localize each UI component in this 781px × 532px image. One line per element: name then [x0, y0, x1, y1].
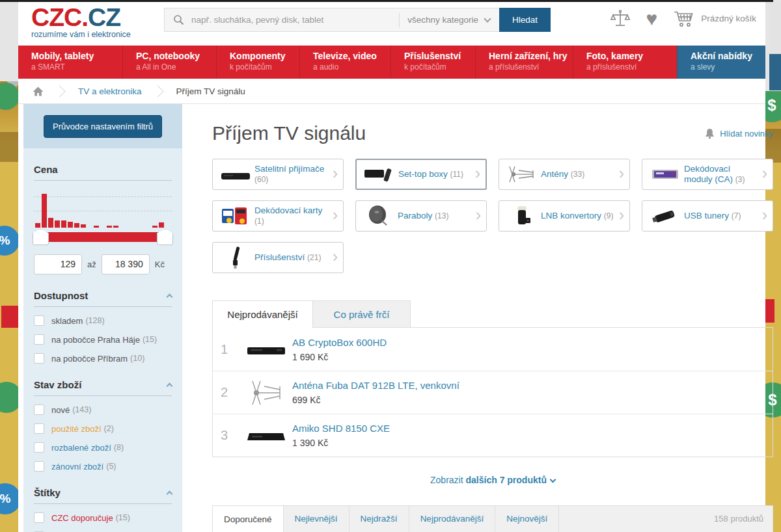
- subcategory-set-top-boxy[interactable]: Set-top boxy (11) ›: [355, 159, 487, 190]
- checkbox[interactable]: [34, 512, 44, 523]
- subcategory-dekodovaci-moduly[interactable]: Dekódovací moduly (CA) (3) ›: [642, 159, 773, 190]
- filter-skladem[interactable]: skladem (128): [34, 315, 172, 326]
- price-section-heading: Cena: [34, 164, 172, 175]
- logo-tagline: rozumíme vám i elektronice: [31, 30, 131, 39]
- nav-item-komponenty[interactable]: Komponenty k počítačům: [216, 46, 299, 79]
- skin-band: [0, 132, 18, 162]
- filter-rozbalene-zbozi[interactable]: rozbalené zboží (8): [34, 442, 172, 453]
- cart-icon: [673, 10, 694, 27]
- lnb-image: [503, 205, 541, 227]
- filter-pobocka-pribram[interactable]: na pobočce Příbram (10): [34, 353, 172, 364]
- nav-item-akcni-nabidky[interactable]: Akční nabídky a slevy: [677, 46, 765, 79]
- chevron-down-icon[interactable]: [484, 15, 491, 22]
- subcategory-satelitni-prijimace[interactable]: Satelitní přijímače (60) ›: [212, 159, 344, 190]
- checkbox[interactable]: [34, 442, 44, 453]
- subcategory-anteny[interactable]: Antény (33) ›: [499, 159, 630, 190]
- watch-news-button[interactable]: Hlídat novinky: [705, 128, 773, 139]
- scrollbar-thumb[interactable]: [769, 54, 781, 90]
- product-name[interactable]: Anténa Fuba DAT 912B LTE, venkovní: [292, 380, 459, 391]
- tab-co-prave-frci[interactable]: Co právě frčí: [313, 300, 411, 328]
- filter-pobocka-praha-haje[interactable]: na pobočce Praha Háje (15): [34, 334, 172, 345]
- product-row-1[interactable]: 1 AB CryptoBox 600HD 1 690 Kč: [213, 328, 773, 371]
- slider-track[interactable]: [40, 232, 166, 242]
- slider-handle-max[interactable]: [157, 229, 173, 245]
- satellite-receiver-image: [217, 167, 254, 181]
- subcategory-usb-tunery[interactable]: USB tunery (7) ›: [642, 200, 773, 232]
- checkbox[interactable]: [34, 461, 44, 472]
- condition-section-heading[interactable]: Stav zboží: [34, 379, 172, 390]
- price-inputs-row: 129 až 18 390 Kč: [34, 254, 172, 274]
- search-icon: [173, 14, 184, 25]
- search-input[interactable]: např. sluchátka, pevný disk, tablet: [191, 15, 399, 25]
- checkbox[interactable]: [34, 353, 44, 364]
- ad-skin-left[interactable]: % %: [0, 81, 18, 532]
- product-price: 1 690 Kč: [292, 352, 387, 362]
- price-min-input[interactable]: 129: [34, 254, 82, 274]
- checkbox[interactable]: [34, 405, 44, 415]
- nav-item-foto[interactable]: Foto, kamery a příslušenství: [573, 46, 677, 79]
- chevron-up-icon: [167, 294, 173, 300]
- filter-zanovni-zbozi[interactable]: zánovní zboží (5): [34, 461, 172, 472]
- filter-pouzite-zbozi[interactable]: použité zboží (2): [34, 423, 172, 434]
- sort-tab-nejlevnejsi[interactable]: Nejlevnější: [284, 506, 349, 532]
- tab-nejprodavanejsi[interactable]: Nejprodávanější: [212, 300, 313, 328]
- product-row-3[interactable]: 3 Amiko SHD 8150 CXE 1 390 Kč: [213, 414, 773, 457]
- home-icon[interactable]: [33, 86, 44, 96]
- subcategory-prislusenstvi[interactable]: Příslušenství (21) ›: [212, 242, 344, 273]
- sort-bar: Doporučené Nejlevnější Nejdražší Nejprod…: [212, 505, 773, 532]
- product-name[interactable]: AB CryptoBox 600HD: [292, 337, 387, 348]
- category-dropdown[interactable]: všechny kategorie: [407, 15, 478, 25]
- breadcrumb: TV a elektronika Příjem TV signálu: [18, 79, 765, 104]
- antenna-image: [503, 165, 541, 183]
- nav-item-pc[interactable]: PC, notebooky a All in One: [122, 46, 216, 79]
- cart-button[interactable]: Prázdný košík: [673, 10, 756, 27]
- sort-tab-nejdrazsi[interactable]: Nejdražší: [349, 506, 409, 532]
- skin-percent-badge: %: [0, 226, 18, 256]
- price-histogram-area: [34, 187, 172, 228]
- product-image-receiver: [240, 341, 292, 358]
- filter-nove[interactable]: nové (143): [34, 405, 172, 415]
- wishlist-heart-icon[interactable]: ♥: [646, 10, 657, 28]
- product-count-label: 158 produktů: [714, 506, 773, 532]
- checkbox[interactable]: [34, 315, 44, 326]
- nav-item-mobily[interactable]: Mobily, tablety a SMART: [18, 46, 122, 79]
- filter-czc-doporucuje[interactable]: CZC doporučuje (15): [34, 512, 172, 523]
- subcategory-paraboly[interactable]: Paraboly (13) ›: [355, 200, 487, 232]
- chevron-down-icon: [550, 477, 556, 483]
- chevron-right-icon: ›: [619, 208, 627, 224]
- cart-status-label: Prázdný košík: [701, 14, 756, 23]
- subcategory-lnb-konvertory[interactable]: LNB konvertory (9) ›: [499, 200, 630, 232]
- product-row-2[interactable]: 2 Anténa Fuba DAT 912B LTE, venkovní 699…: [213, 371, 773, 414]
- breadcrumb-link-tv-a-elektronika[interactable]: TV a elektronika: [78, 86, 142, 96]
- filter-guide-strip: Průvodce nastavením filtrů: [23, 104, 182, 148]
- nav-item-herni[interactable]: Herní zařízení, hry a příslušenství: [475, 46, 573, 79]
- section-divider: [34, 503, 172, 504]
- search-bar[interactable]: např. sluchátka, pevný disk, tablet všec…: [164, 8, 551, 32]
- search-button[interactable]: Hledat: [499, 8, 551, 32]
- window-top-edge: [0, 0, 773, 2]
- sort-tab-nejnovejsi[interactable]: Nejnovější: [495, 506, 559, 532]
- main-navigation: Mobily, tablety a SMART PC, notebooky a …: [18, 46, 765, 79]
- checkbox[interactable]: [34, 423, 44, 434]
- show-more-products-link[interactable]: Zobrazit dalších 7 produktů: [212, 475, 773, 485]
- nav-item-televize[interactable]: Televize, video a audio: [299, 46, 390, 79]
- logo-text-blue: CZ: [88, 3, 120, 31]
- filter-sidebar: Průvodce nastavením filtrů Cena 129 až 1…: [23, 104, 182, 532]
- rank-number: 3: [221, 428, 240, 443]
- filter-guide-button[interactable]: Průvodce nastavením filtrů: [44, 115, 162, 138]
- sort-tab-nejprodavanejsi[interactable]: Nejprodávanější: [409, 506, 496, 532]
- nav-item-prislusenstvi[interactable]: Příslušenství k počítačům: [390, 46, 475, 79]
- sort-tab-doporucene[interactable]: Doporučené: [212, 505, 284, 532]
- czc-logo[interactable]: CZC.CZ rozumíme vám i elektronice: [31, 5, 131, 39]
- slider-handle-min[interactable]: [33, 229, 49, 245]
- availability-section-heading[interactable]: Dostupnost: [34, 290, 172, 301]
- skin-red-square: [1, 306, 18, 328]
- bestsellers-panel: Nejprodávanější Co právě frčí 1 AB Crypt…: [212, 300, 773, 485]
- price-max-input[interactable]: 18 390: [102, 254, 150, 274]
- price-currency-label: Kč: [155, 259, 165, 269]
- subcategory-dekodovaci-karty[interactable]: Dekódovací karty (1) ›: [212, 200, 344, 232]
- tags-section-heading[interactable]: Štítky: [34, 487, 172, 498]
- product-name[interactable]: Amiko SHD 8150 CXE: [292, 423, 390, 434]
- compare-scales-icon[interactable]: [610, 9, 630, 28]
- checkbox[interactable]: [34, 334, 44, 345]
